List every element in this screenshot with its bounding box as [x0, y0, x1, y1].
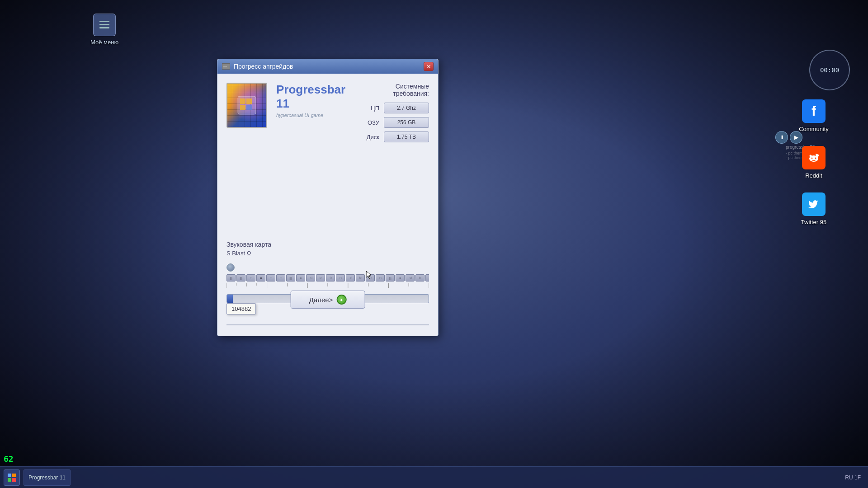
- sound-card-heading: Звуковая карта: [226, 241, 271, 248]
- start-icon: [7, 473, 17, 483]
- sysreq-panel: Системные требования: ЦП 2.7 Ghz ОЗУ 256…: [361, 83, 429, 142]
- game-subtitle: hypercasual UI game: [276, 113, 352, 118]
- clock-time: 00:00: [820, 66, 839, 74]
- progress-tooltip-value: 104882: [231, 305, 251, 312]
- my-menu-label: Моё меню: [90, 39, 118, 46]
- reddit-icon-label: Reddit: [805, 172, 822, 179]
- progress-icons-row: ||| ||| □ ■ □ □ ||| ≡ ◁ ▷ ◇ □ ◁ ▷ ◇ □ ||: [226, 274, 429, 282]
- desktop-icon-twitter[interactable]: Twitter 95: [796, 192, 832, 225]
- prog-icon-17: ≡: [396, 274, 405, 282]
- taskbar-tray: RU 1F: [845, 474, 864, 481]
- desktop-icon-community[interactable]: f Community: [796, 99, 832, 132]
- svg-point-5: [811, 158, 813, 159]
- sound-card-name: S Blast Ω: [226, 250, 271, 257]
- svg-rect-0: [99, 21, 109, 22]
- prog-icon-5: □: [276, 274, 285, 282]
- dialog-window: Прогресс апгрейдов ✕: [217, 59, 439, 336]
- prog-icon-14: ◇: [366, 274, 375, 282]
- box-art-logo-svg: [236, 94, 258, 117]
- progress-tooltip: 104882: [226, 303, 256, 314]
- my-menu-icon[interactable]: Моё меню: [90, 14, 118, 46]
- media-pause-btn[interactable]: ⏸: [775, 131, 788, 144]
- svg-rect-15: [246, 99, 252, 104]
- next-btn-icon: ●: [336, 295, 346, 305]
- svg-rect-17: [246, 105, 252, 110]
- clock-widget: 00:00: [809, 50, 850, 90]
- svg-point-11: [816, 155, 818, 157]
- progress-ruler: [226, 283, 429, 290]
- prog-icon-8: ◁: [306, 274, 315, 282]
- desktop-icons-container: f Community Reddit: [796, 99, 832, 225]
- prog-icon-16: |||: [386, 274, 395, 282]
- prog-icon-4: □: [266, 274, 275, 282]
- prog-icon-7: ≡: [296, 274, 305, 282]
- progress-header: [226, 263, 429, 272]
- svg-rect-32: [12, 474, 16, 477]
- community-icon-img: f: [802, 99, 826, 123]
- game-title-area: Progressbar 11 hypercasual UI game: [276, 83, 352, 118]
- prog-icon-13: ▷: [356, 274, 365, 282]
- media-play-btn[interactable]: ▶: [790, 131, 802, 144]
- spacer-area: [226, 151, 429, 224]
- dialog-close-button[interactable]: ✕: [424, 62, 434, 71]
- svg-rect-34: [12, 478, 16, 482]
- taskbar-locale: RU 1F: [845, 474, 861, 481]
- svg-rect-14: [240, 99, 245, 104]
- prog-icon-9: ▷: [316, 274, 325, 282]
- upgrade-progress-dialog: Прогресс апгрейдов ✕: [217, 59, 439, 336]
- prog-icon-15: □: [376, 274, 385, 282]
- scroll-note-area: [226, 324, 429, 325]
- prog-icon-20: ◇: [425, 274, 429, 282]
- sysreq-ram-value: 256 GB: [384, 117, 429, 128]
- svg-rect-1: [99, 24, 109, 25]
- taskbar-start-button[interactable]: [4, 469, 20, 486]
- media-widget: ⏸ ▶: [775, 131, 802, 144]
- svg-line-9: [816, 154, 817, 155]
- svg-rect-31: [8, 474, 11, 477]
- sound-card-section: Звуковая карта S Blast Ω: [226, 241, 271, 257]
- prog-icon-12: ◁: [346, 274, 355, 282]
- sysreq-title: Системные требования:: [361, 83, 429, 97]
- svg-rect-16: [240, 105, 245, 110]
- twitter-icon-label: Twitter 95: [801, 219, 826, 225]
- sysreq-disk-row: Диск 1.75 TB: [361, 131, 429, 142]
- taskbar: Progressbar 11 RU 1F: [0, 466, 868, 488]
- prog-icon-2: □: [246, 274, 255, 282]
- sysreq-cpu-label: ЦП: [361, 105, 379, 112]
- progress-circle-indicator: [226, 263, 235, 272]
- prog-icon-11: □: [336, 274, 345, 282]
- dialog-titlebar: Прогресс апгрейдов ✕: [217, 59, 438, 74]
- media-controls: ⏸ ▶: [775, 131, 802, 144]
- sysreq-disk-value: 1.75 TB: [384, 131, 429, 142]
- next-btn-label: Далее>: [309, 296, 333, 304]
- desktop-icon-reddit[interactable]: Reddit: [796, 146, 832, 179]
- prog-icon-18: ◁: [406, 274, 415, 282]
- next-button[interactable]: Далее> ●: [291, 291, 365, 309]
- prog-icon-6: |||: [286, 274, 295, 282]
- prog-icon-19: ▷: [415, 274, 425, 282]
- sysreq-cpu-row: ЦП 2.7 Ghz: [361, 103, 429, 113]
- svg-rect-2: [99, 27, 109, 28]
- svg-point-6: [815, 158, 816, 159]
- sysreq-disk-label: Диск: [361, 134, 379, 141]
- prog-icon-10: ◇: [326, 274, 335, 282]
- community-icon-label: Community: [799, 126, 829, 132]
- dialog-title-icon: [222, 63, 230, 70]
- game-box-art: [226, 83, 267, 128]
- svg-rect-33: [8, 478, 11, 482]
- prog-icon-1: |||: [236, 274, 245, 282]
- fps-counter: 62: [4, 454, 14, 464]
- twitter-icon-img: [802, 192, 826, 216]
- sysreq-ram-row: ОЗУ 256 GB: [361, 117, 429, 128]
- top-section: Progressbar 11 hypercasual UI game Систе…: [226, 83, 429, 142]
- reddit-icon-img: [802, 146, 826, 169]
- prog-icon-0: |||: [226, 274, 236, 282]
- prog-icon-3: ■: [256, 274, 265, 282]
- sysreq-cpu-value: 2.7 Ghz: [384, 103, 429, 113]
- progress-bar-fill: [227, 295, 233, 303]
- game-title: Progressbar 11: [276, 83, 352, 111]
- sysreq-ram-label: ОЗУ: [361, 119, 379, 126]
- dialog-body: Progressbar 11 hypercasual UI game Систе…: [217, 74, 438, 336]
- dialog-title-text: Прогресс апгрейдов: [234, 63, 420, 70]
- taskbar-item-1[interactable]: Progressbar 11: [24, 469, 71, 486]
